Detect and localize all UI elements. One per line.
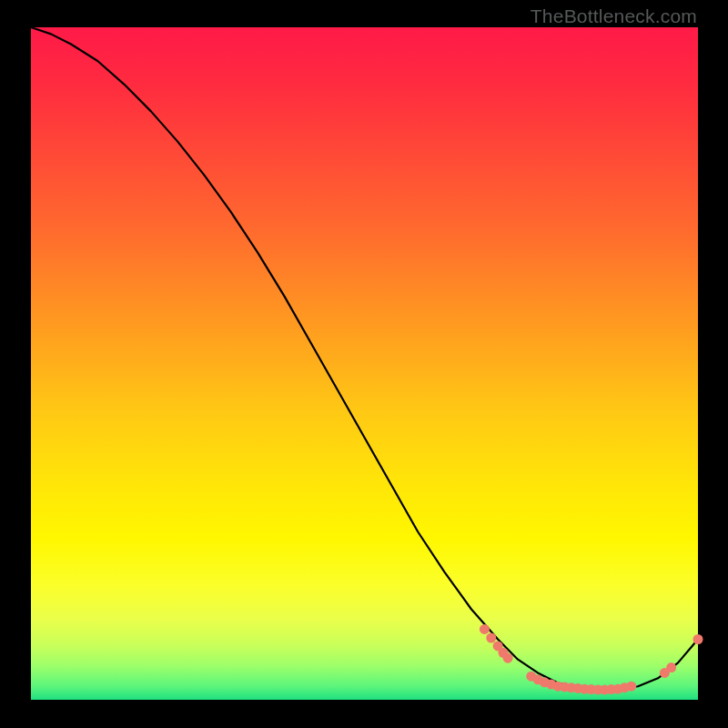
chart-overlay — [31, 27, 698, 700]
marker-dots — [480, 624, 703, 695]
marker-dot — [666, 662, 676, 672]
marker-dot — [486, 633, 496, 643]
watermark-text: TheBottleneck.com — [531, 5, 697, 27]
plot-area — [31, 27, 698, 700]
chart-stage: TheBottleneck.com — [0, 0, 728, 728]
curve-path — [31, 27, 698, 690]
marker-dot — [693, 634, 703, 644]
marker-dot — [480, 624, 490, 634]
marker-dot — [503, 653, 513, 663]
marker-dot — [626, 682, 636, 692]
